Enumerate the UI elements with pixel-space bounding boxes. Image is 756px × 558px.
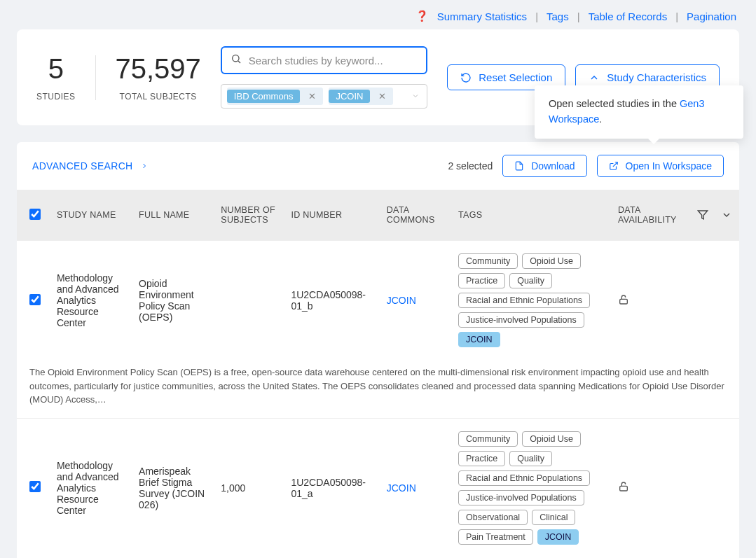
cell-data-availability (611, 418, 739, 557)
nav-separator: | (535, 11, 538, 22)
file-icon (514, 161, 524, 171)
table-toolbar: ADVANCED SEARCH 2 selected Download Open… (17, 142, 739, 190)
svg-line-1 (238, 61, 240, 63)
cell-tags: CommunityOpioid UsePracticeQualityRacial… (458, 253, 604, 347)
tag-pill[interactable]: Clinical (532, 510, 575, 525)
popover-text: Open selected studies in the (549, 98, 680, 109)
svg-rect-4 (620, 486, 628, 491)
search-input[interactable] (249, 55, 418, 67)
tag-pill[interactable]: Racial and Ethnic Populations (458, 470, 590, 486)
tag-pill[interactable]: Community (458, 431, 518, 447)
nav-separator: | (675, 11, 678, 22)
tag-pill[interactable]: Justice-involved Populations (458, 490, 584, 505)
tag-pill[interactable]: Practice (458, 273, 505, 288)
cell-num-subjects (214, 241, 284, 361)
cell-study-name: Methodology and Advanced Analytics Resou… (50, 418, 132, 557)
select-all-checkbox[interactable] (29, 209, 41, 220)
filter-chip-label: JCOIN (329, 90, 370, 103)
open-workspace-label: Open In Workspace (626, 160, 712, 172)
stat-divider (95, 55, 96, 100)
studies-label: STUDIES (36, 92, 76, 102)
tag-pill[interactable]: Racial and Ethnic Populations (458, 293, 590, 308)
filter-icon[interactable] (697, 209, 708, 221)
tag-pill[interactable]: Opioid Use (522, 253, 581, 269)
popover-suffix: . (599, 113, 602, 125)
nav-link-tags[interactable]: Tags (547, 11, 569, 22)
filter-chip: IBD Commons ✕ (227, 88, 324, 105)
chip-close-icon[interactable]: ✕ (376, 91, 389, 102)
export-icon (609, 161, 619, 171)
tag-pill[interactable]: JCOIN (458, 332, 500, 347)
col-num-subjects[interactable]: NUMBER OF SUBJECTS (214, 190, 284, 241)
col-data-availability[interactable]: DATA AVAILABILITY (618, 205, 685, 225)
help-icon[interactable]: ❓ (415, 10, 429, 22)
open-workspace-button[interactable]: Open In Workspace (597, 155, 724, 177)
col-data-commons[interactable]: DATA COMMONS (380, 190, 451, 241)
chevron-down-icon[interactable] (411, 90, 420, 103)
tag-pill[interactable]: Quality (509, 273, 552, 288)
table-row[interactable]: Methodology and Advanced Analytics Resou… (17, 241, 739, 361)
col-id-number[interactable]: ID NUMBER (284, 190, 379, 241)
row-checkbox[interactable] (29, 294, 41, 305)
top-nav: ❓ Summary Statistics | Tags | Table of R… (0, 0, 756, 29)
download-label: Download (531, 160, 575, 172)
records-table: STUDY NAME FULL NAME NUMBER OF SUBJECTS … (17, 190, 739, 558)
cell-tags: CommunityOpioid UsePracticeQualityRacial… (458, 431, 604, 545)
tag-pill[interactable]: Pain Treatment (458, 529, 533, 545)
selected-count: 2 selected (448, 160, 493, 172)
cell-num-subjects: 1,000 (214, 418, 284, 557)
cell-study-name: Methodology and Advanced Analytics Resou… (50, 241, 132, 361)
chevron-right-icon (140, 162, 149, 170)
nav-link-table[interactable]: Table of Records (589, 11, 668, 22)
filter-chip-label: IBD Commons (227, 90, 301, 103)
tag-filter-select[interactable]: IBD Commons ✕ JCOIN ✕ (221, 84, 427, 109)
col-full-name[interactable]: FULL NAME (132, 190, 214, 241)
lock-open-icon (618, 481, 629, 492)
svg-point-0 (233, 55, 239, 62)
filter-chip: JCOIN ✕ (329, 88, 393, 105)
nav-separator: | (577, 11, 580, 22)
reset-label: Reset Selection (479, 71, 552, 83)
col-study-name[interactable]: STUDY NAME (50, 190, 132, 241)
cell-full-name: Opioid Environment Policy Scan (OEPS) (132, 241, 214, 361)
nav-link-summary[interactable]: Summary Statistics (437, 11, 527, 22)
cell-id-number: 1U2CDA050098-01_a (284, 418, 379, 557)
subjects-value: 75,597 (116, 53, 201, 85)
advanced-search-link[interactable]: ADVANCED SEARCH (32, 160, 149, 172)
cell-full-name: Amerispeak Brief Stigma Survey (JCOIN 02… (132, 418, 214, 557)
row-checkbox[interactable] (29, 481, 41, 492)
characteristics-label: Study Characteristics (607, 71, 706, 83)
cell-id-number: 1U2CDA050098-01_b (284, 241, 379, 361)
workspace-popover: Open selected studies in the Gen3 Worksp… (535, 85, 743, 139)
search-input-wrap[interactable] (221, 46, 427, 74)
cell-data-commons[interactable]: JCOIN (380, 418, 451, 557)
tag-pill[interactable]: JCOIN (537, 529, 579, 545)
caret-up-icon (589, 72, 600, 83)
advanced-search-label: ADVANCED SEARCH (32, 160, 133, 172)
tag-pill[interactable]: Justice-involved Populations (458, 312, 584, 328)
cell-description: The Opioid Environment Policy Scan (OEPS… (17, 360, 739, 418)
tag-pill[interactable]: Observational (458, 510, 528, 525)
tag-pill[interactable]: Practice (458, 451, 505, 466)
svg-marker-2 (698, 211, 707, 219)
nav-link-pagination[interactable]: Pagination (687, 11, 736, 22)
download-button[interactable]: Download (502, 155, 586, 177)
col-tags[interactable]: TAGS (451, 190, 611, 241)
subjects-stat: 75,597 TOTAL SUBJECTS (116, 53, 201, 102)
search-icon (231, 53, 242, 67)
tag-pill[interactable]: Opioid Use (522, 431, 581, 447)
cell-data-commons[interactable]: JCOIN (380, 241, 451, 361)
records-table-card: ADVANCED SEARCH 2 selected Download Open… (17, 142, 739, 558)
table-row[interactable]: Methodology and Advanced Analytics Resou… (17, 418, 739, 557)
cell-data-availability (611, 241, 739, 361)
chip-close-icon[interactable]: ✕ (305, 91, 319, 102)
subjects-label: TOTAL SUBJECTS (116, 92, 201, 102)
tag-pill[interactable]: Community (458, 253, 518, 269)
tag-pill[interactable]: Quality (509, 451, 552, 466)
svg-rect-3 (620, 299, 628, 304)
reset-icon (460, 72, 472, 83)
description-row: The Opioid Environment Policy Scan (OEPS… (17, 360, 739, 418)
chevron-down-icon[interactable] (721, 209, 732, 221)
lock-open-icon (618, 294, 629, 305)
studies-value: 5 (36, 53, 76, 85)
